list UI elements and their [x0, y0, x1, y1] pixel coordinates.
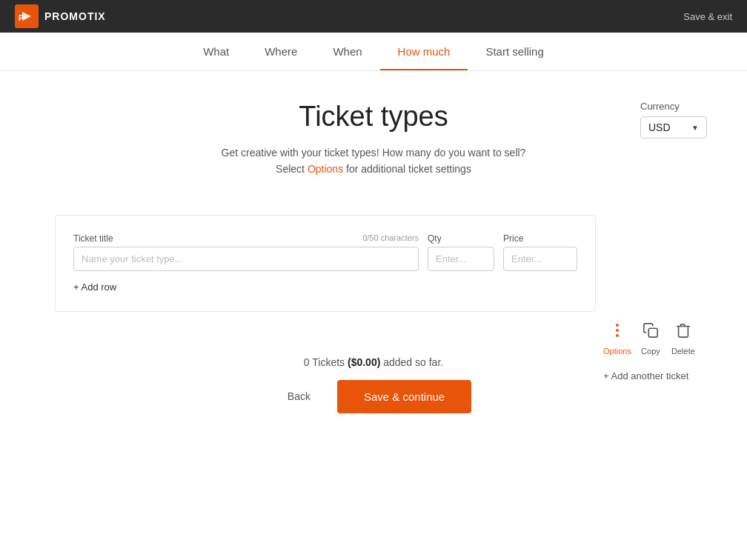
price-group: Price: [503, 233, 577, 271]
tab-when[interactable]: When: [315, 33, 379, 70]
currency-section: Currency USD ▼: [640, 101, 707, 139]
tab-how-much[interactable]: How much: [380, 33, 468, 70]
page-subtitle: Get creative with your ticket types! How…: [55, 144, 692, 178]
subtitle-middle: Select: [276, 163, 308, 175]
action-icons-row: Options Copy: [603, 317, 697, 356]
ticket-title-input[interactable]: [73, 247, 419, 271]
subtitle-after: for additional ticket settings: [343, 163, 471, 175]
char-count: 0/50 characters: [362, 233, 419, 244]
subtitle-before: Get creative with your ticket types! How…: [222, 147, 526, 159]
copy-label: Copy: [641, 347, 660, 356]
ticket-form: Ticket title 0/50 characters Qty Price: [55, 215, 596, 312]
options-icon: [604, 317, 631, 344]
add-another-ticket-button[interactable]: + Add another ticket: [603, 370, 688, 381]
svg-rect-3: [648, 328, 657, 337]
logo: P PROMOTIX: [15, 4, 106, 28]
currency-select[interactable]: USD ▼: [640, 116, 707, 139]
delete-label: Delete: [671, 347, 695, 356]
options-button[interactable]: Options: [603, 317, 631, 356]
bottom-actions: Back Save & continue: [55, 380, 692, 413]
qty-input[interactable]: [428, 247, 494, 271]
page-title: Ticket types: [55, 101, 692, 133]
qty-label: Qty: [428, 233, 494, 244]
tickets-summary: 0 Tickets ($0.00) added so far.: [55, 356, 692, 368]
ticket-fields-row: Ticket title 0/50 characters Qty Price: [73, 233, 577, 271]
copy-icon: [637, 317, 664, 344]
right-panel: Options Copy: [603, 311, 692, 381]
svg-text:P: P: [19, 14, 24, 22]
tab-start-selling[interactable]: Start selling: [468, 33, 561, 70]
ticket-amount: ($0.00): [348, 356, 380, 368]
chevron-down-icon: ▼: [691, 124, 699, 132]
price-label: Price: [503, 233, 577, 244]
logo-icon: P: [15, 4, 39, 28]
ticket-count: 0: [304, 356, 310, 368]
trash-icon: [670, 317, 697, 344]
price-input[interactable]: [503, 247, 577, 271]
save-exit-button[interactable]: Save & exit: [683, 11, 732, 22]
ticket-title-label: Ticket title 0/50 characters: [73, 233, 419, 244]
currency-value: USD: [648, 121, 671, 133]
back-button[interactable]: Back: [276, 383, 322, 410]
copy-button[interactable]: Copy: [637, 317, 664, 356]
ticket-section: Ticket title 0/50 characters Qty Price: [55, 215, 692, 312]
tab-where[interactable]: Where: [247, 33, 315, 70]
add-row-label: + Add row: [73, 281, 116, 293]
currency-label: Currency: [640, 101, 707, 112]
ticket-suffix: added so far.: [383, 356, 443, 368]
nav-tabs: What Where When How much Start selling: [0, 33, 747, 71]
options-label: Options: [603, 347, 631, 356]
save-continue-button[interactable]: Save & continue: [337, 380, 471, 413]
tab-what[interactable]: What: [185, 33, 247, 70]
add-row-button[interactable]: + Add row: [73, 281, 116, 293]
main-content: Currency USD ▼ Ticket types Get creative…: [40, 71, 707, 458]
qty-group: Qty: [428, 233, 494, 271]
logo-text: PROMOTIX: [44, 10, 106, 22]
options-link[interactable]: Options: [308, 163, 343, 175]
ticket-title-group: Ticket title 0/50 characters: [73, 233, 419, 271]
add-another-label: + Add another ticket: [603, 370, 688, 381]
header: P PROMOTIX Save & exit: [0, 0, 747, 33]
delete-button[interactable]: Delete: [670, 317, 697, 356]
